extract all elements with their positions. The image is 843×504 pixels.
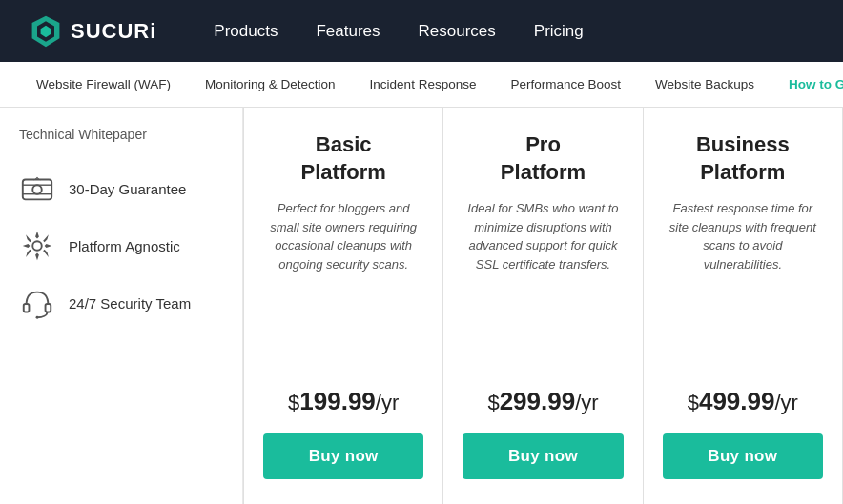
- subnav-monitoring[interactable]: Monitoring & Detection: [188, 77, 353, 91]
- subnav-backups[interactable]: Website Backups: [638, 77, 771, 91]
- feature-security: 24/7 Security Team: [19, 285, 223, 321]
- svg-rect-8: [24, 304, 30, 312]
- svg-point-10: [36, 316, 39, 319]
- sidebar-title: Technical Whitepaper: [19, 127, 223, 142]
- top-nav: SUCURi Products Features Resources Prici…: [0, 0, 843, 62]
- buy-pro-button[interactable]: Buy now: [463, 433, 623, 479]
- pricing-card-business: BusinessPlatform Fastest response time f…: [643, 108, 843, 504]
- svg-rect-3: [23, 180, 51, 200]
- svg-point-4: [32, 185, 42, 194]
- subnav-performance[interactable]: Performance Boost: [493, 77, 638, 91]
- plan-basic-desc: Perfect for bloggers and small site owne…: [263, 199, 423, 366]
- plan-pro-price: $299.99/yr: [487, 387, 598, 416]
- money-icon: [19, 171, 55, 207]
- pricing-card-basic: BasicPlatform Perfect for bloggers and s…: [243, 108, 442, 504]
- buy-basic-button[interactable]: Buy now: [263, 433, 423, 479]
- plan-business-name: BusinessPlatform: [696, 131, 790, 186]
- plan-pro-name: ProPlatform: [501, 131, 586, 186]
- sidebar: Technical Whitepaper 30-Day Guarantee: [0, 108, 243, 504]
- nav-features[interactable]: Features: [316, 22, 380, 41]
- sub-nav: Website Firewall (WAF) Monitoring & Dete…: [0, 62, 843, 108]
- nav-pricing[interactable]: Pricing: [534, 22, 584, 41]
- svg-rect-9: [46, 304, 51, 312]
- nav-links: Products Features Resources Pricing: [214, 22, 583, 41]
- nav-resources[interactable]: Resources: [419, 22, 496, 41]
- plan-basic-name: BasicPlatform: [301, 131, 386, 186]
- logo[interactable]: SUCURi: [29, 14, 156, 49]
- feature-guarantee: 30-Day Guarantee: [19, 171, 223, 207]
- sidebar-features: 30-Day Guarantee Platform Agnostic: [19, 171, 223, 321]
- subnav-howtoget[interactable]: How to Get $: [771, 77, 843, 91]
- nav-products[interactable]: Products: [214, 22, 278, 41]
- gear-icon: [19, 228, 55, 264]
- subnav-waf[interactable]: Website Firewall (WAF): [19, 77, 188, 91]
- plan-basic-price: $199.99/yr: [288, 387, 399, 416]
- buy-business-button[interactable]: Buy now: [663, 433, 823, 479]
- pricing-card-pro: ProPlatform Ideal for SMBs who want to m…: [442, 108, 642, 504]
- feature-platform: Platform Agnostic: [19, 228, 223, 264]
- headset-icon: [19, 285, 55, 321]
- feature-security-label: 24/7 Security Team: [69, 295, 191, 312]
- logo-text: SUCURi: [71, 19, 156, 44]
- plan-business-desc: Fastest response time for site cleanups …: [663, 199, 823, 366]
- pricing-area: BasicPlatform Perfect for bloggers and s…: [243, 108, 843, 504]
- main-content: Technical Whitepaper 30-Day Guarantee: [0, 108, 843, 504]
- plan-pro-desc: Ideal for SMBs who want to minimize disr…: [463, 199, 623, 366]
- feature-platform-label: Platform Agnostic: [69, 238, 180, 254]
- plan-business-price: $499.99/yr: [688, 387, 798, 416]
- svg-point-7: [32, 241, 42, 251]
- subnav-incident[interactable]: Incident Response: [353, 77, 494, 91]
- feature-guarantee-label: 30-Day Guarantee: [69, 181, 186, 197]
